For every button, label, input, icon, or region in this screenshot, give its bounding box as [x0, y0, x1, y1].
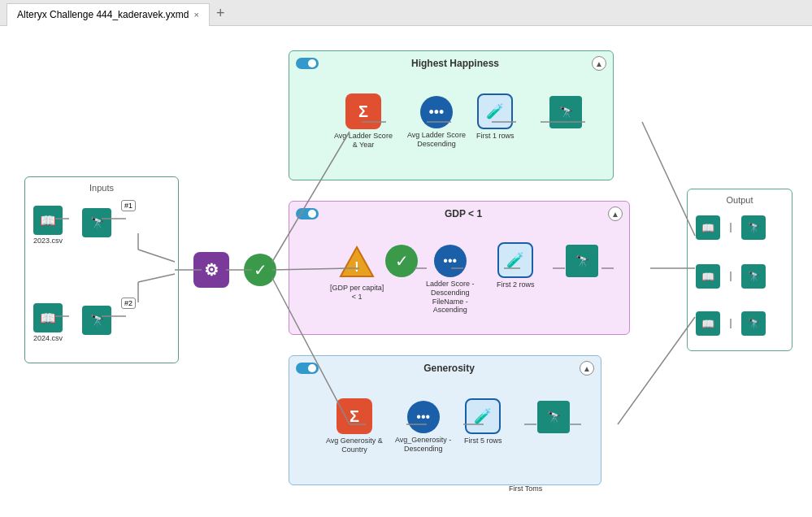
highest-summarize-icon: Σ — [345, 93, 381, 129]
add-tab-button[interactable]: + — [210, 2, 232, 24]
svg-text:!: ! — [355, 260, 359, 274]
file2-icon: 📖 — [33, 303, 63, 332]
gen-sample-label: First 5 rows — [464, 437, 502, 445]
gdp-sample-icon: 🧪 — [497, 242, 533, 278]
generosity-toggle[interactable] — [296, 363, 319, 374]
gdp-toggle[interactable] — [296, 208, 319, 219]
gdp-check-tool[interactable]: ✓ — [385, 245, 418, 277]
inputs-label: Inputs — [25, 180, 178, 195]
union-tool[interactable]: ⚙ — [193, 252, 229, 288]
gdp-sort-label: Ladder Score - Descending FileName - Asc… — [426, 280, 475, 315]
highest-sample-icon: 🧪 — [477, 93, 513, 129]
gdp-filter-tool[interactable]: ! [GDP per capita] < 1 — [330, 242, 384, 302]
gen-bino-tool[interactable]: 🔭 — [537, 401, 570, 433]
gdp-header: GDP < 1 ▲ — [296, 206, 623, 222]
input-file2-tool[interactable]: 📖 2024.csv — [33, 303, 63, 342]
gdp-sample-label: First 2 rows — [497, 280, 535, 289]
canvas: Inputs 📖 2023.csv 🔭 #1 📖 2024.csv 🔭 #2 ⚙… — [0, 26, 812, 517]
output-row2: 📖 🔭 — [696, 264, 766, 289]
gdp-collapse[interactable]: ▲ — [608, 206, 623, 221]
highest-bino-icon: 🔭 — [549, 96, 582, 128]
highest-toggle[interactable] — [296, 58, 319, 69]
output-row3: 📖 🔭 — [696, 311, 766, 336]
highest-sort-icon: ••• — [420, 96, 453, 128]
highest-sort-tool[interactable]: ••• Avg Ladder Score Descending — [407, 96, 466, 149]
highest-summarize-label: Avg Ladder Score & Year — [334, 132, 393, 150]
file1-label: 2023.csv — [33, 237, 63, 245]
file2-label: 2024.csv — [33, 334, 63, 342]
gdp-container: GDP < 1 ▲ ! [GDP per capita] < 1 ✓ ••• L… — [289, 201, 630, 335]
output-row1: 📖 🔭 — [696, 215, 766, 240]
input-file1-tool[interactable]: 📖 2023.csv — [33, 206, 63, 245]
gdp-label: GDP < 1 — [319, 206, 608, 222]
gen-summarize-label: Avg Generosity & Country — [326, 437, 383, 454]
gen-sort-icon: ••• — [407, 401, 440, 433]
gen-bino-icon: 🔭 — [537, 401, 570, 433]
inputs-container: Inputs 📖 2023.csv 🔭 #1 📖 2024.csv 🔭 #2 — [24, 176, 179, 363]
bino1-tool[interactable]: 🔭 — [82, 208, 111, 237]
gen-sort-tool[interactable]: ••• Avg_Generosity - Descending — [395, 401, 451, 454]
badge1: #1 — [121, 200, 136, 211]
gen-summarize-icon: Σ — [337, 398, 372, 434]
out-file3-icon[interactable]: 📖 — [696, 311, 720, 336]
gdp-sort-icon: ••• — [434, 245, 467, 277]
out-bino2-icon[interactable]: 🔭 — [741, 264, 766, 289]
highest-collapse[interactable]: ▲ — [592, 56, 606, 71]
out-file1-icon[interactable]: 📖 — [696, 215, 720, 240]
highest-sort-label: Avg Ladder Score Descending — [407, 131, 466, 149]
gen-sample-icon: 🧪 — [465, 398, 501, 434]
bino2-icon: 🔭 — [82, 306, 111, 335]
highest-bino-tool[interactable]: 🔭 — [549, 96, 582, 128]
generosity-label: Generosity — [319, 360, 580, 376]
out-file2-icon[interactable]: 📖 — [696, 264, 720, 289]
gen-sort-label: Avg_Generosity - Descending — [395, 436, 451, 454]
highest-sample-tool[interactable]: 🧪 First 1 rows — [476, 93, 515, 141]
tab-label: Alteryx Challenge 444_kaderavek.yxmd — [17, 9, 189, 20]
bino2-tool[interactable]: 🔭 — [82, 306, 111, 335]
out-bino3-icon[interactable]: 🔭 — [741, 311, 766, 336]
active-tab[interactable]: Alteryx Challenge 444_kaderavek.yxmd × — [7, 3, 210, 26]
gdp-sort-tool[interactable]: ••• Ladder Score - Descending FileName -… — [426, 245, 475, 315]
highest-header: Highest Happiness ▲ — [296, 55, 606, 72]
gdp-filter-label: [GDP per capita] < 1 — [330, 284, 384, 302]
gdp-bino-icon: 🔭 — [566, 245, 598, 277]
output-label: Output — [688, 193, 792, 207]
generosity-collapse[interactable]: ▲ — [580, 361, 594, 376]
gdp-bino-tool[interactable]: 🔭 — [566, 245, 598, 277]
gen-summarize-tool[interactable]: Σ Avg Generosity & Country — [326, 398, 383, 454]
gdp-sample-tool[interactable]: 🧪 First 2 rows — [497, 242, 535, 289]
gdp-filter-icon: ! — [337, 242, 376, 281]
highest-summarize-tool[interactable]: Σ Avg Ladder Score & Year — [334, 93, 393, 150]
file1-icon: 📖 — [33, 206, 63, 235]
gen-sample-tool[interactable]: 🧪 First 5 rows — [464, 398, 502, 445]
badge2: #2 — [121, 298, 136, 309]
close-tab-button[interactable]: × — [193, 10, 198, 20]
highest-label: Highest Happiness — [319, 55, 592, 72]
output-container: Output 📖 🔭 📖 🔭 📖 🔭 — [687, 189, 792, 351]
highest-sample-label: First 1 rows — [476, 132, 515, 141]
gdp-check-icon: ✓ — [385, 245, 418, 277]
bino1-icon: 🔭 — [82, 208, 111, 237]
union-icon: ⚙ — [193, 252, 229, 288]
check-tool[interactable]: ✓ — [244, 254, 276, 286]
tab-bar: Alteryx Challenge 444_kaderavek.yxmd × + — [0, 0, 812, 26]
svg-line-22 — [618, 317, 695, 424]
first-toms-label: First Toms — [509, 484, 542, 493]
check-icon: ✓ — [244, 254, 276, 286]
generosity-container: Generosity ▲ Σ Avg Generosity & Country … — [289, 355, 601, 485]
out-bino1-icon[interactable]: 🔭 — [741, 215, 766, 240]
highest-container: Highest Happiness ▲ Σ Avg Ladder Score &… — [289, 50, 614, 180]
generosity-header: Generosity ▲ — [296, 360, 594, 376]
